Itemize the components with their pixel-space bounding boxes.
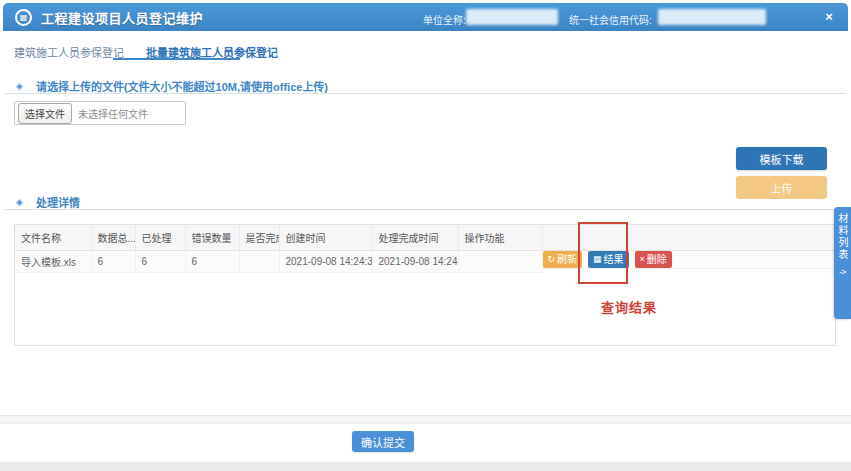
close-icon[interactable]: ×: [820, 8, 838, 26]
cell-file-name: 导入模板.xls: [15, 251, 91, 273]
refresh-button[interactable]: ↻ 刷新: [543, 251, 583, 268]
close-icon: ×: [640, 253, 645, 266]
material-list-label: 材料列表: [835, 213, 850, 261]
result-button-label: 结果: [604, 253, 624, 266]
result-button[interactable]: ▦ 结果: [588, 251, 629, 268]
table-header-row: 文件名称 数据总... 已处理 错误数量 是否完成 创建时间 处理完成时间 操作…: [15, 225, 835, 251]
col-created-time: 创建时间: [279, 225, 372, 251]
cell-created-time: 2021-09-08 14:24:39: [279, 251, 372, 273]
annotation-text: 查询结果: [601, 297, 657, 316]
col-finished-time: 处理完成时间: [372, 225, 458, 251]
upload-button[interactable]: 上传: [736, 176, 827, 199]
active-tab-underline: [113, 58, 240, 60]
divider: [5, 93, 846, 94]
footer-divider-band: [0, 415, 851, 424]
diamond-icon: ◈: [16, 81, 23, 91]
cell-error-count: 6: [185, 251, 239, 273]
arrow-right-icon: ->: [839, 267, 845, 277]
grid-icon: ▦: [593, 253, 602, 266]
cell-finished-time: 2021-09-08 14:24:39: [372, 251, 458, 273]
cell-operations-label: [458, 251, 542, 273]
delete-button[interactable]: × 删除: [635, 251, 672, 268]
tab-insured-registration[interactable]: 建筑施工人员参保登记: [14, 44, 124, 60]
cell-total: 6: [91, 251, 135, 273]
col-total: 数据总...: [91, 225, 135, 251]
window: ▦ 工程建设项目人员登记维护 单位全称: 统一社会信用代码: × 建筑施工人员参…: [0, 0, 851, 471]
cell-actions: ↻ 刷新 ▦ 结果 × 删除: [543, 251, 836, 269]
diamond-icon: ◈: [16, 197, 23, 207]
divider: [5, 209, 846, 210]
file-input[interactable]: 选择文件 未选择任何文件: [14, 101, 186, 125]
col-empty: [542, 225, 835, 251]
titlebar: ▦ 工程建设项目人员登记维护 单位全称: 统一社会信用代码: ×: [3, 3, 848, 31]
detail-section-title: 处理详情: [36, 194, 80, 210]
refresh-button-label: 刷新: [557, 253, 577, 266]
no-file-selected-text: 未选择任何文件: [78, 106, 148, 121]
unit-name-value-redacted: [466, 9, 558, 25]
col-processed: 已处理: [135, 225, 185, 251]
col-error-count: 错误数量: [185, 225, 239, 251]
col-is-completed: 是否完成: [239, 225, 279, 251]
refresh-icon: ↻: [548, 253, 556, 266]
detail-section-header: ◈ 处理详情: [16, 194, 80, 210]
unit-name-label: 单位全称:: [423, 12, 466, 27]
col-operations: 操作功能: [458, 225, 542, 251]
material-list-side-tab[interactable]: 材料列表 ->: [834, 207, 851, 319]
credit-code-value-redacted: [658, 9, 766, 25]
credit-code-label: 统一社会信用代码:: [569, 12, 652, 27]
col-file-name: 文件名称: [15, 225, 91, 251]
bottom-strip: [0, 462, 851, 471]
upload-section-title: 请选择上传的文件(文件大小不能超过10M,请使用office上传): [36, 78, 328, 94]
window-title: 工程建设项目人员登记维护: [41, 8, 203, 27]
template-download-button[interactable]: 模板下载: [736, 147, 827, 170]
delete-button-label: 删除: [647, 253, 667, 266]
cell-processed: 6: [135, 251, 185, 273]
upload-section-header: ◈ 请选择上传的文件(文件大小不能超过10M,请使用office上传): [16, 78, 328, 94]
table-row: 导入模板.xls 6 6 6 2021-09-08 14:24:39 2021-…: [15, 251, 835, 273]
choose-file-button[interactable]: 选择文件: [18, 103, 72, 124]
cell-is-completed: [239, 251, 279, 273]
processing-detail-table: 文件名称 数据总... 已处理 错误数量 是否完成 创建时间 处理完成时间 操作…: [14, 224, 836, 346]
app-logo-icon: ▦: [15, 9, 32, 26]
confirm-submit-button[interactable]: 确认提交: [352, 431, 414, 452]
